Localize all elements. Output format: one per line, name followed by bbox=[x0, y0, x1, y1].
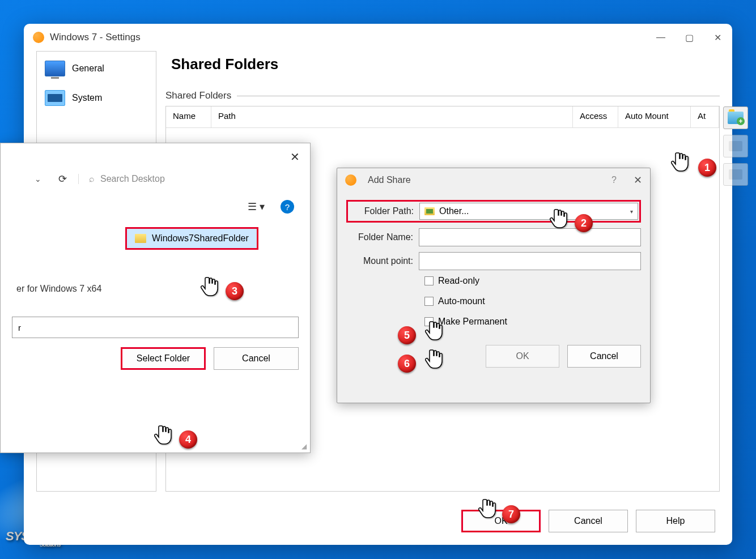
add-share-cancel-button[interactable]: Cancel bbox=[567, 345, 641, 368]
file-name: Windows7SharedFolder bbox=[152, 233, 249, 244]
folder-name-field[interactable] bbox=[12, 317, 299, 338]
section-label: Shared Folders bbox=[165, 90, 231, 101]
virtualbox-icon bbox=[33, 32, 44, 43]
help-button[interactable]: Help bbox=[636, 510, 715, 532]
folder-name-label: Folder Name: bbox=[346, 232, 419, 242]
automount-checkbox[interactable] bbox=[424, 297, 434, 306]
mount-point-label: Mount point: bbox=[346, 256, 419, 266]
folder-path-value: Other... bbox=[439, 206, 469, 216]
permanent-label: Make Permanent bbox=[438, 317, 507, 327]
col-automount[interactable]: Auto Mount bbox=[618, 106, 691, 127]
cancel-button[interactable]: Cancel bbox=[549, 510, 628, 532]
folder-path-row: Folder Path: Other... ▾ bbox=[346, 200, 641, 223]
titlebar: Windows 7 - Settings — ▢ ✕ bbox=[24, 24, 732, 51]
search-icon: ⌕ bbox=[89, 174, 95, 184]
folder-picker-dialog: ✕ ⌄ ⟳ ⌕ Search Desktop ☰ ▾ ? Windows7Sha… bbox=[0, 143, 311, 453]
folder-icon bbox=[424, 207, 435, 215]
folder-edit-icon bbox=[729, 141, 742, 151]
folder-name-input[interactable] bbox=[419, 228, 641, 246]
add-share-dialog: Add Share ? ✕ Folder Path: Other... ▾ Fo… bbox=[337, 168, 651, 403]
col-name[interactable]: Name bbox=[166, 106, 211, 127]
folder-path-dropdown[interactable]: Other... ▾ bbox=[419, 203, 638, 220]
folder-icon bbox=[135, 234, 146, 243]
search-placeholder: Search Desktop bbox=[100, 174, 165, 184]
file-item[interactable]: er for Windows 7 x64 bbox=[12, 284, 299, 294]
monitor-icon bbox=[45, 61, 65, 76]
maximize-button[interactable]: ▢ bbox=[683, 32, 695, 43]
breadcrumb-chevron-icon[interactable]: ⌄ bbox=[35, 174, 41, 184]
virtualbox-icon bbox=[345, 174, 356, 186]
sidebar-label: General bbox=[72, 63, 104, 74]
folder-remove-icon bbox=[729, 169, 742, 180]
ok-button[interactable]: OK bbox=[461, 510, 541, 532]
automount-label: Auto-mount bbox=[438, 296, 485, 306]
view-options-button[interactable]: ☰ ▾ bbox=[248, 200, 265, 213]
picker-help-button[interactable]: ? bbox=[281, 200, 294, 214]
refresh-icon[interactable]: ⟳ bbox=[58, 173, 67, 185]
file-item-selected[interactable]: Windows7SharedFolder bbox=[125, 227, 258, 250]
picker-cancel-button[interactable]: Cancel bbox=[214, 347, 299, 370]
add-share-ok-button[interactable]: OK bbox=[486, 345, 559, 368]
search-input[interactable]: ⌕ Search Desktop bbox=[78, 174, 299, 184]
col-at[interactable]: At bbox=[691, 106, 719, 127]
window-title: Windows 7 - Settings bbox=[50, 32, 655, 43]
sidebar-label: System bbox=[72, 93, 102, 103]
chevron-down-icon: ▾ bbox=[630, 208, 633, 215]
readonly-checkbox[interactable] bbox=[424, 276, 434, 285]
col-path[interactable]: Path bbox=[211, 106, 573, 127]
close-button[interactable]: ✕ bbox=[712, 32, 723, 43]
dialog-title: Add Share bbox=[368, 175, 606, 185]
permanent-checkbox[interactable] bbox=[424, 317, 434, 326]
folder-path-label: Folder Path: bbox=[349, 206, 419, 216]
divider bbox=[237, 96, 720, 96]
sidebar-item-system[interactable]: System bbox=[39, 83, 154, 113]
remove-share-button[interactable] bbox=[723, 163, 748, 186]
sidebar-item-general[interactable]: General bbox=[39, 54, 154, 83]
resize-grip-icon[interactable]: ◢ bbox=[301, 442, 307, 450]
page-title: Shared Folders bbox=[171, 56, 720, 73]
readonly-label: Read-only bbox=[438, 276, 479, 286]
file-list: Windows7SharedFolder er for Windows 7 x6… bbox=[1, 221, 310, 300]
add-share-button[interactable] bbox=[723, 106, 748, 129]
col-access[interactable]: Access bbox=[573, 106, 618, 127]
chip-icon bbox=[45, 90, 65, 106]
select-folder-button[interactable]: Select Folder bbox=[121, 347, 206, 370]
dialog-close-button[interactable]: ✕ bbox=[634, 174, 642, 186]
dialog-help-button[interactable]: ? bbox=[611, 175, 617, 185]
edit-share-button[interactable] bbox=[723, 135, 748, 157]
minimize-button[interactable]: — bbox=[655, 32, 666, 43]
mount-point-input[interactable] bbox=[419, 252, 641, 270]
picker-close-button[interactable]: ✕ bbox=[290, 150, 300, 164]
folder-add-icon bbox=[728, 112, 744, 124]
